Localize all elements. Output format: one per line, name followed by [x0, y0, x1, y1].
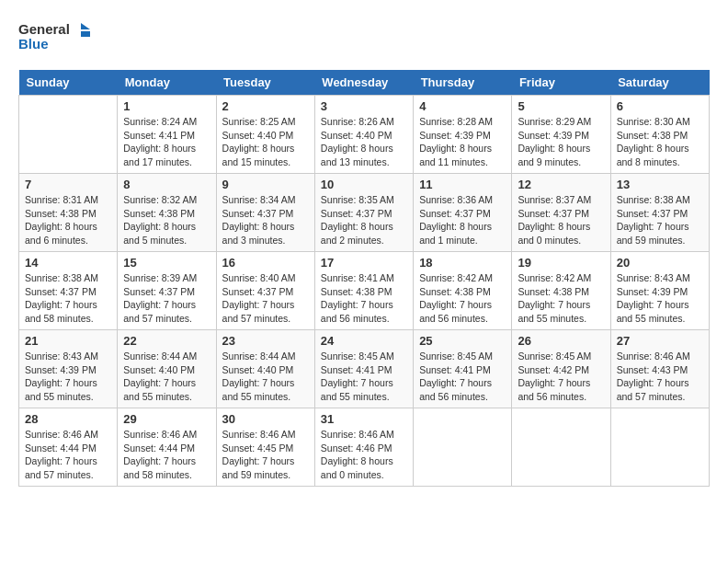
day-cell: 9Sunrise: 8:34 AM Sunset: 4:37 PM Daylig… — [216, 174, 314, 252]
day-info: Sunrise: 8:46 AM Sunset: 4:46 PM Dayligh… — [321, 428, 407, 482]
day-info: Sunrise: 8:31 AM Sunset: 4:38 PM Dayligh… — [25, 193, 111, 247]
logo: General Blue — [18, 18, 92, 55]
day-cell: 23Sunrise: 8:44 AM Sunset: 4:40 PM Dayli… — [216, 330, 314, 408]
day-info: Sunrise: 8:38 AM Sunset: 4:37 PM Dayligh… — [617, 193, 703, 247]
day-info: Sunrise: 8:45 AM Sunset: 4:41 PM Dayligh… — [419, 350, 506, 404]
day-number: 16 — [222, 256, 309, 270]
day-number: 25 — [419, 334, 506, 348]
day-info: Sunrise: 8:28 AM Sunset: 4:39 PM Dayligh… — [419, 115, 506, 169]
col-header-tuesday: Tuesday — [216, 70, 314, 96]
day-cell: 24Sunrise: 8:45 AM Sunset: 4:41 PM Dayli… — [314, 330, 413, 408]
day-cell — [414, 408, 512, 487]
day-number: 17 — [321, 256, 407, 270]
day-number: 26 — [518, 334, 604, 348]
day-info: Sunrise: 8:39 AM Sunset: 4:37 PM Dayligh… — [123, 271, 210, 326]
week-row-2: 7Sunrise: 8:31 AM Sunset: 4:38 PM Daylig… — [19, 174, 710, 252]
day-cell: 28Sunrise: 8:46 AM Sunset: 4:44 PM Dayli… — [19, 408, 118, 487]
day-number: 12 — [518, 178, 604, 191]
col-header-sunday: Sunday — [19, 70, 118, 96]
day-number: 13 — [617, 178, 703, 191]
day-number: 5 — [518, 99, 604, 113]
day-cell: 8Sunrise: 8:32 AM Sunset: 4:38 PM Daylig… — [118, 174, 216, 252]
day-info: Sunrise: 8:38 AM Sunset: 4:37 PM Dayligh… — [25, 271, 111, 326]
week-row-5: 28Sunrise: 8:46 AM Sunset: 4:44 PM Dayli… — [19, 408, 710, 487]
calendar-table: SundayMondayTuesdayWednesdayThursdayFrid… — [18, 70, 710, 487]
day-cell: 10Sunrise: 8:35 AM Sunset: 4:37 PM Dayli… — [314, 174, 413, 252]
day-info: Sunrise: 8:25 AM Sunset: 4:40 PM Dayligh… — [222, 115, 309, 169]
day-number: 22 — [123, 334, 210, 348]
header-row: SundayMondayTuesdayWednesdayThursdayFrid… — [19, 70, 710, 96]
day-info: Sunrise: 8:41 AM Sunset: 4:38 PM Dayligh… — [321, 271, 407, 326]
day-number: 29 — [123, 412, 210, 426]
day-cell: 18Sunrise: 8:42 AM Sunset: 4:38 PM Dayli… — [414, 252, 512, 330]
day-info: Sunrise: 8:46 AM Sunset: 4:45 PM Dayligh… — [222, 428, 309, 482]
page-header: General Blue — [18, 18, 710, 55]
day-number: 27 — [617, 334, 703, 348]
svg-text:Blue: Blue — [18, 36, 49, 52]
day-cell: 20Sunrise: 8:43 AM Sunset: 4:39 PM Dayli… — [610, 252, 709, 330]
day-cell: 16Sunrise: 8:40 AM Sunset: 4:37 PM Dayli… — [216, 252, 314, 330]
day-number: 23 — [222, 334, 309, 348]
day-cell — [610, 408, 709, 487]
day-cell: 2Sunrise: 8:25 AM Sunset: 4:40 PM Daylig… — [216, 96, 314, 174]
day-info: Sunrise: 8:42 AM Sunset: 4:38 PM Dayligh… — [518, 271, 604, 326]
day-info: Sunrise: 8:43 AM Sunset: 4:39 PM Dayligh… — [25, 350, 111, 404]
svg-text:General: General — [18, 21, 70, 37]
day-info: Sunrise: 8:44 AM Sunset: 4:40 PM Dayligh… — [123, 350, 210, 404]
day-info: Sunrise: 8:45 AM Sunset: 4:42 PM Dayligh… — [518, 350, 604, 404]
day-cell: 27Sunrise: 8:46 AM Sunset: 4:43 PM Dayli… — [610, 330, 709, 408]
day-number: 8 — [123, 178, 210, 191]
day-number: 9 — [222, 178, 309, 191]
day-cell — [19, 96, 118, 174]
svg-marker-2 — [81, 23, 90, 29]
day-number: 31 — [321, 412, 407, 426]
day-number: 15 — [123, 256, 210, 270]
day-info: Sunrise: 8:30 AM Sunset: 4:38 PM Dayligh… — [617, 115, 703, 169]
day-cell: 13Sunrise: 8:38 AM Sunset: 4:37 PM Dayli… — [610, 174, 709, 252]
day-cell: 22Sunrise: 8:44 AM Sunset: 4:40 PM Dayli… — [118, 330, 216, 408]
day-number: 6 — [617, 99, 703, 113]
week-row-1: 1Sunrise: 8:24 AM Sunset: 4:41 PM Daylig… — [19, 96, 710, 174]
day-info: Sunrise: 8:46 AM Sunset: 4:43 PM Dayligh… — [617, 350, 703, 404]
day-number: 7 — [25, 178, 111, 191]
day-info: Sunrise: 8:40 AM Sunset: 4:37 PM Dayligh… — [222, 271, 309, 326]
day-info: Sunrise: 8:36 AM Sunset: 4:37 PM Dayligh… — [419, 193, 506, 247]
day-info: Sunrise: 8:42 AM Sunset: 4:38 PM Dayligh… — [419, 271, 506, 326]
day-info: Sunrise: 8:43 AM Sunset: 4:39 PM Dayligh… — [617, 271, 703, 326]
col-header-saturday: Saturday — [610, 70, 709, 96]
day-number: 4 — [419, 99, 506, 113]
day-cell: 31Sunrise: 8:46 AM Sunset: 4:46 PM Dayli… — [314, 408, 413, 487]
day-cell: 4Sunrise: 8:28 AM Sunset: 4:39 PM Daylig… — [414, 96, 512, 174]
day-info: Sunrise: 8:24 AM Sunset: 4:41 PM Dayligh… — [123, 115, 210, 169]
day-cell: 30Sunrise: 8:46 AM Sunset: 4:45 PM Dayli… — [216, 408, 314, 487]
svg-marker-3 — [81, 31, 90, 37]
day-cell: 11Sunrise: 8:36 AM Sunset: 4:37 PM Dayli… — [414, 174, 512, 252]
col-header-friday: Friday — [512, 70, 610, 96]
day-number: 20 — [617, 256, 703, 270]
day-info: Sunrise: 8:32 AM Sunset: 4:38 PM Dayligh… — [123, 193, 210, 247]
day-number: 10 — [321, 178, 407, 191]
day-cell — [512, 408, 610, 487]
day-cell: 29Sunrise: 8:46 AM Sunset: 4:44 PM Dayli… — [118, 408, 216, 487]
day-info: Sunrise: 8:35 AM Sunset: 4:37 PM Dayligh… — [321, 193, 407, 247]
week-row-4: 21Sunrise: 8:43 AM Sunset: 4:39 PM Dayli… — [19, 330, 710, 408]
day-cell: 15Sunrise: 8:39 AM Sunset: 4:37 PM Dayli… — [118, 252, 216, 330]
day-info: Sunrise: 8:29 AM Sunset: 4:39 PM Dayligh… — [518, 115, 604, 169]
day-info: Sunrise: 8:34 AM Sunset: 4:37 PM Dayligh… — [222, 193, 309, 247]
day-number: 30 — [222, 412, 309, 426]
day-number: 24 — [321, 334, 407, 348]
day-cell: 1Sunrise: 8:24 AM Sunset: 4:41 PM Daylig… — [118, 96, 216, 174]
day-info: Sunrise: 8:46 AM Sunset: 4:44 PM Dayligh… — [123, 428, 210, 482]
day-number: 2 — [222, 99, 309, 113]
col-header-thursday: Thursday — [414, 70, 512, 96]
day-info: Sunrise: 8:46 AM Sunset: 4:44 PM Dayligh… — [25, 428, 111, 482]
day-number: 14 — [25, 256, 111, 270]
day-cell: 21Sunrise: 8:43 AM Sunset: 4:39 PM Dayli… — [19, 330, 118, 408]
col-header-wednesday: Wednesday — [314, 70, 413, 96]
day-number: 28 — [25, 412, 111, 426]
day-number: 3 — [321, 99, 407, 113]
day-cell: 3Sunrise: 8:26 AM Sunset: 4:40 PM Daylig… — [314, 96, 413, 174]
col-header-monday: Monday — [118, 70, 216, 96]
day-cell: 6Sunrise: 8:30 AM Sunset: 4:38 PM Daylig… — [610, 96, 709, 174]
day-cell: 26Sunrise: 8:45 AM Sunset: 4:42 PM Dayli… — [512, 330, 610, 408]
